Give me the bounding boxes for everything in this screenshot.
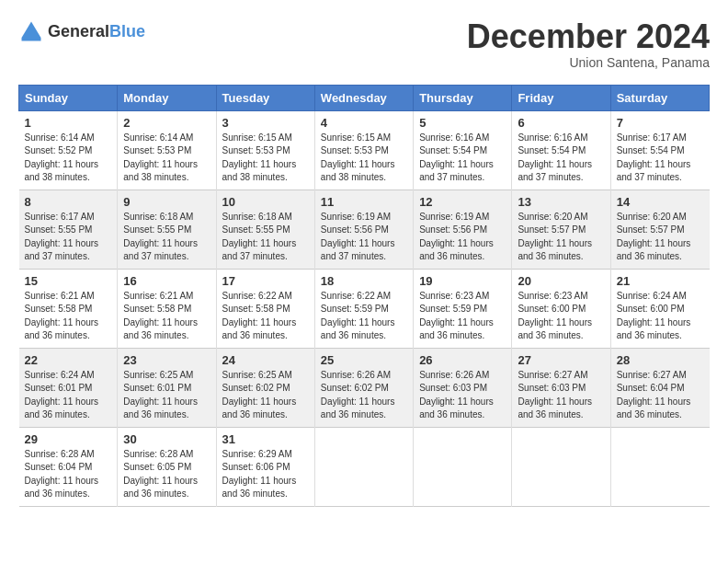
header-saturday: Saturday	[610, 85, 709, 110]
calendar-cell: 20Sunrise: 6:23 AMSunset: 6:00 PMDayligh…	[512, 269, 610, 348]
day-info: Sunrise: 6:18 AMSunset: 5:55 PMDaylight:…	[123, 211, 210, 264]
day-number: 28	[617, 353, 704, 367]
day-info: Sunrise: 6:23 AMSunset: 5:59 PMDaylight:…	[419, 290, 506, 343]
calendar-cell: 13Sunrise: 6:20 AMSunset: 5:57 PMDayligh…	[512, 190, 610, 269]
calendar-cell: 2Sunrise: 6:14 AMSunset: 5:53 PMDaylight…	[118, 110, 216, 190]
day-info: Sunrise: 6:16 AMSunset: 5:54 PMDaylight:…	[419, 132, 506, 185]
calendar-week-row: 1Sunrise: 6:14 AMSunset: 5:52 PMDaylight…	[19, 110, 710, 190]
calendar-table: Sunday Monday Tuesday Wednesday Thursday…	[18, 85, 710, 507]
logo: GeneralBlue	[18, 18, 145, 44]
day-number: 18	[321, 274, 407, 288]
day-number: 8	[25, 195, 112, 209]
calendar-cell: 6Sunrise: 6:16 AMSunset: 5:54 PMDaylight…	[512, 110, 610, 190]
calendar-cell: 11Sunrise: 6:19 AMSunset: 5:56 PMDayligh…	[314, 190, 413, 269]
calendar-cell	[512, 427, 610, 506]
calendar-cell: 3Sunrise: 6:15 AMSunset: 5:53 PMDaylight…	[216, 110, 314, 190]
calendar-week-row: 22Sunrise: 6:24 AMSunset: 6:01 PMDayligh…	[19, 348, 710, 427]
calendar-cell: 31Sunrise: 6:29 AMSunset: 6:06 PMDayligh…	[216, 427, 314, 506]
day-number: 29	[25, 432, 112, 446]
day-number: 11	[321, 195, 407, 209]
day-info: Sunrise: 6:17 AMSunset: 5:54 PMDaylight:…	[617, 132, 704, 185]
header-monday: Monday	[118, 85, 216, 110]
day-number: 30	[123, 432, 210, 446]
calendar-cell	[314, 427, 413, 506]
day-number: 14	[617, 195, 704, 209]
day-number: 22	[25, 353, 112, 367]
calendar-week-row: 29Sunrise: 6:28 AMSunset: 6:04 PMDayligh…	[19, 427, 710, 506]
title-block: December 2024 Union Santena, Panama	[467, 18, 710, 70]
calendar-cell: 17Sunrise: 6:22 AMSunset: 5:58 PMDayligh…	[216, 269, 314, 348]
calendar-cell	[610, 427, 709, 506]
day-number: 21	[617, 274, 704, 288]
day-number: 1	[25, 116, 112, 130]
day-number: 7	[617, 116, 704, 130]
calendar-cell	[414, 427, 512, 506]
day-info: Sunrise: 6:27 AMSunset: 6:04 PMDaylight:…	[617, 369, 704, 422]
calendar-cell: 29Sunrise: 6:28 AMSunset: 6:04 PMDayligh…	[19, 427, 118, 506]
header-friday: Friday	[512, 85, 610, 110]
day-number: 24	[222, 353, 309, 367]
calendar-cell: 27Sunrise: 6:27 AMSunset: 6:03 PMDayligh…	[512, 348, 610, 427]
calendar-cell: 25Sunrise: 6:26 AMSunset: 6:02 PMDayligh…	[314, 348, 413, 427]
day-number: 25	[321, 353, 407, 367]
day-number: 13	[518, 195, 604, 209]
logo-text-general: General	[48, 22, 109, 40]
calendar-cell: 26Sunrise: 6:26 AMSunset: 6:03 PMDayligh…	[414, 348, 512, 427]
calendar-cell: 28Sunrise: 6:27 AMSunset: 6:04 PMDayligh…	[610, 348, 709, 427]
day-info: Sunrise: 6:21 AMSunset: 5:58 PMDaylight:…	[123, 290, 210, 343]
day-number: 16	[123, 274, 210, 288]
day-number: 20	[518, 274, 604, 288]
day-info: Sunrise: 6:29 AMSunset: 6:06 PMDaylight:…	[222, 448, 309, 501]
day-info: Sunrise: 6:25 AMSunset: 6:02 PMDaylight:…	[222, 369, 309, 422]
day-info: Sunrise: 6:19 AMSunset: 5:56 PMDaylight:…	[321, 211, 407, 264]
calendar-cell: 14Sunrise: 6:20 AMSunset: 5:57 PMDayligh…	[610, 190, 709, 269]
day-info: Sunrise: 6:14 AMSunset: 5:53 PMDaylight:…	[123, 132, 210, 185]
calendar-cell: 19Sunrise: 6:23 AMSunset: 5:59 PMDayligh…	[414, 269, 512, 348]
calendar-cell: 30Sunrise: 6:28 AMSunset: 6:05 PMDayligh…	[118, 427, 216, 506]
calendar-cell: 4Sunrise: 6:15 AMSunset: 5:53 PMDaylight…	[314, 110, 413, 190]
day-info: Sunrise: 6:14 AMSunset: 5:52 PMDaylight:…	[25, 132, 112, 185]
day-info: Sunrise: 6:15 AMSunset: 5:53 PMDaylight:…	[222, 132, 309, 185]
day-info: Sunrise: 6:24 AMSunset: 6:00 PMDaylight:…	[617, 290, 704, 343]
month-title: December 2024	[467, 18, 710, 55]
day-info: Sunrise: 6:18 AMSunset: 5:55 PMDaylight:…	[222, 211, 309, 264]
calendar-cell: 16Sunrise: 6:21 AMSunset: 5:58 PMDayligh…	[118, 269, 216, 348]
calendar-cell: 22Sunrise: 6:24 AMSunset: 6:01 PMDayligh…	[19, 348, 118, 427]
calendar-cell: 9Sunrise: 6:18 AMSunset: 5:55 PMDaylight…	[118, 190, 216, 269]
logo-icon	[18, 18, 44, 44]
day-number: 6	[518, 116, 604, 130]
calendar-cell: 8Sunrise: 6:17 AMSunset: 5:55 PMDaylight…	[19, 190, 118, 269]
day-number: 9	[123, 195, 210, 209]
day-number: 4	[321, 116, 407, 130]
calendar-cell: 24Sunrise: 6:25 AMSunset: 6:02 PMDayligh…	[216, 348, 314, 427]
day-info: Sunrise: 6:26 AMSunset: 6:03 PMDaylight:…	[419, 369, 506, 422]
day-number: 27	[518, 353, 604, 367]
calendar-cell: 15Sunrise: 6:21 AMSunset: 5:58 PMDayligh…	[19, 269, 118, 348]
day-info: Sunrise: 6:24 AMSunset: 6:01 PMDaylight:…	[25, 369, 112, 422]
day-info: Sunrise: 6:25 AMSunset: 6:01 PMDaylight:…	[123, 369, 210, 422]
day-info: Sunrise: 6:21 AMSunset: 5:58 PMDaylight:…	[25, 290, 112, 343]
day-number: 26	[419, 353, 506, 367]
calendar-cell: 12Sunrise: 6:19 AMSunset: 5:56 PMDayligh…	[414, 190, 512, 269]
day-info: Sunrise: 6:28 AMSunset: 6:04 PMDaylight:…	[25, 448, 112, 501]
day-number: 3	[222, 116, 309, 130]
day-info: Sunrise: 6:17 AMSunset: 5:55 PMDaylight:…	[25, 211, 112, 264]
day-info: Sunrise: 6:20 AMSunset: 5:57 PMDaylight:…	[617, 211, 704, 264]
day-number: 10	[222, 195, 309, 209]
logo-text-blue: Blue	[109, 22, 145, 40]
day-number: 5	[419, 116, 506, 130]
calendar-cell: 21Sunrise: 6:24 AMSunset: 6:00 PMDayligh…	[610, 269, 709, 348]
day-info: Sunrise: 6:27 AMSunset: 6:03 PMDaylight:…	[518, 369, 604, 422]
day-number: 19	[419, 274, 506, 288]
svg-rect-1	[22, 38, 41, 41]
day-number: 15	[25, 274, 112, 288]
header-tuesday: Tuesday	[216, 85, 314, 110]
day-info: Sunrise: 6:19 AMSunset: 5:56 PMDaylight:…	[419, 211, 506, 264]
page-header: GeneralBlue December 2024 Union Santena,…	[18, 18, 710, 70]
day-info: Sunrise: 6:16 AMSunset: 5:54 PMDaylight:…	[518, 132, 604, 185]
day-info: Sunrise: 6:20 AMSunset: 5:57 PMDaylight:…	[518, 211, 604, 264]
location-subtitle: Union Santena, Panama	[467, 55, 710, 70]
calendar-cell: 1Sunrise: 6:14 AMSunset: 5:52 PMDaylight…	[19, 110, 118, 190]
day-number: 31	[222, 432, 309, 446]
days-of-week-row: Sunday Monday Tuesday Wednesday Thursday…	[19, 85, 710, 110]
